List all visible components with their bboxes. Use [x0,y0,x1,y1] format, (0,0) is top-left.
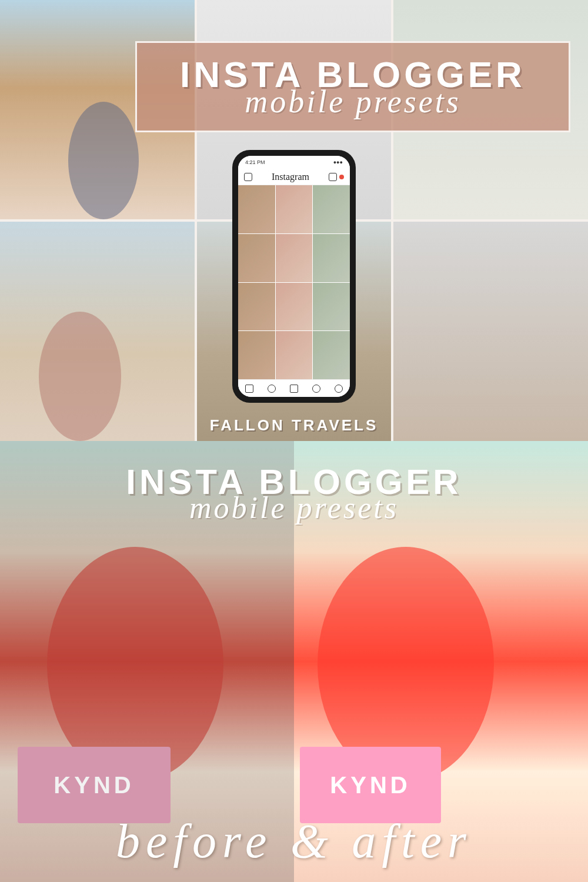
feed-thumbnail [238,234,275,282]
product-subtitle-repeat: mobile presets [0,493,588,523]
camera-icon [244,173,252,181]
message-icon [329,173,344,181]
instagram-feed-grid [238,185,350,379]
instagram-header: Instagram [238,169,350,185]
profile-icon [335,385,343,393]
photo-tile [393,222,588,441]
add-icon [290,385,298,393]
feed-thumbnail [238,283,275,331]
phone-time: 4:21 PM [245,159,265,165]
feed-thumbnail [238,185,275,233]
feed-thumbnail [276,234,313,282]
feed-thumbnail [313,331,350,379]
menu-prop: KYND [18,747,171,823]
phone-mockup: 4:21 PM ●●● Instagram [232,150,356,403]
phone-screen: 4:21 PM ●●● Instagram [238,156,350,397]
product-subtitle: mobile presets [245,86,460,118]
home-icon [245,385,253,393]
search-icon [268,385,276,393]
feed-thumbnail [276,331,313,379]
brand-name: FALLON TRAVELS [0,416,588,435]
feed-thumbnail [313,185,350,233]
feed-thumbnail [238,331,275,379]
photo-tile [0,222,195,441]
feed-thumbnail [313,234,350,282]
battery-icon: ●●● [333,159,343,165]
feed-thumbnail [313,283,350,331]
feed-thumbnail [276,185,313,233]
feed-thumbnail [276,283,313,331]
instagram-nav-bar [238,379,350,397]
menu-prop: KYND [300,747,441,823]
instagram-logo: Instagram [272,172,309,182]
bottom-title-overlay: INSTA BLOGGER mobile presets [0,465,588,523]
title-banner: INSTA BLOGGER mobile presets [135,41,570,132]
phone-status-bar: 4:21 PM ●●● [238,156,350,169]
before-after-label: before & after [0,817,588,866]
heart-icon [312,385,320,393]
